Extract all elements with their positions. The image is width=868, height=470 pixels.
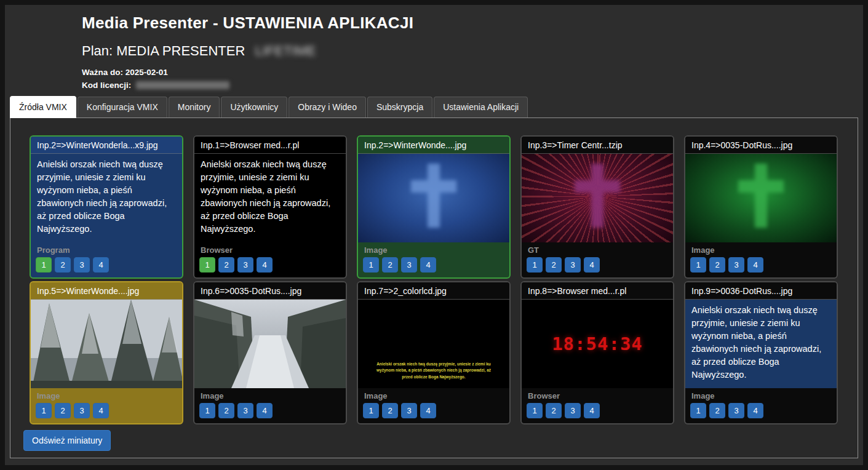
input-thumbnail: Anielski orszak niech twą duszę przyjmie… (685, 300, 837, 388)
input-card-title: Inp.2=>WinterWonde....jpg (358, 137, 509, 154)
input-thumbnail (358, 154, 509, 242)
input-card-title: Inp.6=>0035-DotRus....jpg (194, 282, 346, 300)
prayer-text: Anielski orszak niech twą duszę przyjmie… (194, 154, 346, 240)
input-card: Inp.1=>Browser med...r.pl Anielski orsza… (193, 135, 347, 279)
clock-display: 18:54:34 (552, 333, 643, 354)
monitor-buttons-row: 1234 (522, 400, 673, 423)
tab-uzytkownicy[interactable]: Użytkownicy (221, 97, 287, 118)
monitor-button-3[interactable]: 3 (565, 257, 581, 273)
vmix-sources-panel: Inp.2=>WinterWonderla...x9.jpg Anielski … (10, 118, 858, 458)
input-type-label: Image (685, 242, 837, 255)
monitor-button-4[interactable]: 4 (747, 257, 763, 273)
input-card: Inp.3=>Timer Centr...tzip GT 1234 (520, 135, 674, 279)
monitor-button-2[interactable]: 2 (546, 403, 562, 418)
input-type-label: Program (31, 242, 182, 255)
input-type-label: Image (31, 388, 182, 400)
input-card-title: Inp.1=>Browser med...r.pl (194, 137, 346, 154)
monitor-button-3[interactable]: 3 (728, 257, 744, 273)
monitor-button-1[interactable]: 1 (36, 257, 52, 273)
input-card: Inp.5=>WinterWonde....jpg Image 1234 (30, 281, 183, 424)
license-value-blurred (136, 81, 229, 89)
tab-ustawienia-aplikacji[interactable]: Ustawienia Aplikacji (434, 97, 528, 118)
monitor-button-2[interactable]: 2 (546, 257, 562, 273)
winter-forest-thumbnail (31, 300, 182, 388)
monitor-button-4[interactable]: 4 (257, 257, 273, 273)
input-thumbnail (522, 154, 673, 242)
monitor-button-3[interactable]: 3 (74, 257, 90, 273)
tab-monitory[interactable]: Monitory (169, 97, 220, 118)
input-card-title: Inp.2=>WinterWonderla...x9.jpg (31, 137, 182, 154)
input-thumbnail (194, 300, 346, 388)
monitor-button-2[interactable]: 2 (709, 403, 725, 418)
monitor-button-4[interactable]: 4 (93, 257, 109, 273)
input-type-label: Image (358, 242, 509, 255)
input-card: Inp.7=>2_colorlcd.jpg Anielski orszak ni… (357, 281, 511, 424)
input-card-title: Inp.5=>WinterWonde....jpg (31, 282, 182, 300)
license-line: Kod licencji: (82, 81, 863, 90)
monitor-button-2[interactable]: 2 (218, 403, 234, 418)
input-card: Inp.8=>Browser med...r.pl 18:54:34 Brows… (520, 281, 674, 424)
input-card: Inp.4=>0035-DotRus....jpg Image 1234 (684, 135, 838, 279)
tab-konfiguracja-vmix[interactable]: Konfiguracja VMIX (78, 97, 167, 118)
monitor-button-3[interactable]: 3 (74, 403, 90, 418)
monitor-buttons-row: 1234 (194, 255, 346, 277)
monitor-button-2[interactable]: 2 (382, 257, 398, 273)
tab-obrazy-i-wideo[interactable]: Obrazy i Wideo (289, 97, 366, 118)
monitor-button-3[interactable]: 3 (565, 403, 581, 418)
input-type-label: Browser (194, 242, 346, 255)
monitor-button-3[interactable]: 3 (237, 403, 253, 418)
plan-badge-blurred: LIFETIME (255, 43, 316, 58)
tab-subskrypcja[interactable]: Subskrypcja (367, 97, 432, 118)
input-thumbnail: Anielski orszak niech twą duszę przyjmie… (31, 154, 182, 242)
monitor-button-1[interactable]: 1 (199, 403, 215, 418)
monitor-buttons-row: 1234 (685, 400, 837, 423)
monitor-button-1[interactable]: 1 (690, 403, 706, 418)
monitor-button-2[interactable]: 2 (55, 257, 71, 273)
monitor-buttons-row: 1234 (31, 255, 182, 277)
input-type-label: Image (358, 388, 509, 400)
refresh-thumbnails-button[interactable]: Odśwież miniatury (23, 430, 111, 451)
monitor-button-3[interactable]: 3 (237, 257, 253, 273)
monitor-button-1[interactable]: 1 (527, 403, 543, 418)
input-card-title: Inp.3=>Timer Centr...tzip (522, 137, 673, 154)
tab-zrodla-vmix[interactable]: Źródła VMIX (10, 96, 76, 118)
cross-graphic (411, 164, 456, 228)
tab-bar: Źródła VMIXKonfiguracja VMIXMonitoryUżyt… (5, 95, 863, 118)
monitor-button-2[interactable]: 2 (218, 257, 234, 273)
monitor-button-4[interactable]: 4 (257, 403, 273, 418)
license-label: Kod licencji: (82, 81, 131, 90)
monitor-buttons-row: 1234 (31, 400, 182, 423)
monitor-button-3[interactable]: 3 (728, 403, 744, 418)
monitor-button-1[interactable]: 1 (690, 257, 706, 273)
input-card: Inp.2=>WinterWonde....jpg Image 1234 (357, 135, 511, 279)
monitor-button-1[interactable]: 1 (527, 257, 543, 273)
monitor-button-2[interactable]: 2 (382, 403, 398, 418)
monitor-button-4[interactable]: 4 (747, 403, 763, 418)
monitor-button-4[interactable]: 4 (584, 403, 600, 418)
monitor-button-1[interactable]: 1 (363, 403, 379, 418)
monitor-button-3[interactable]: 3 (401, 403, 417, 418)
monitor-buttons-row: 1234 (522, 255, 673, 277)
input-thumbnail: Anielski orszak niech twą duszę przyjmie… (358, 300, 509, 388)
page-title: Media Presenter - USTAWIENIA APLIKACJI (82, 14, 863, 33)
input-thumbnail: 18:54:34 (522, 300, 673, 388)
input-card-title: Inp.7=>2_colorlcd.jpg (358, 282, 509, 300)
input-type-label: Browser (522, 388, 673, 400)
monitor-button-1[interactable]: 1 (363, 257, 379, 273)
monitor-button-2[interactable]: 2 (709, 257, 725, 273)
monitor-button-3[interactable]: 3 (401, 257, 417, 273)
input-thumbnail: Anielski orszak niech twą duszę przyjmie… (194, 154, 346, 242)
monitor-button-4[interactable]: 4 (420, 403, 436, 418)
monitor-button-1[interactable]: 1 (199, 257, 215, 273)
input-type-label: GT (522, 242, 673, 255)
monitor-button-2[interactable]: 2 (55, 403, 71, 418)
monitor-button-4[interactable]: 4 (93, 403, 109, 418)
monitor-button-1[interactable]: 1 (36, 403, 52, 418)
input-type-label: Image (685, 388, 837, 400)
cross-graphic (575, 164, 620, 228)
prayer-text: Anielski orszak niech twą duszę przyjmie… (31, 154, 182, 240)
monitor-button-4[interactable]: 4 (420, 257, 436, 273)
prayer-text: Anielski orszak niech twą duszę przyjmie… (685, 300, 837, 386)
monitor-button-4[interactable]: 4 (584, 257, 600, 273)
input-thumbnail (685, 154, 837, 242)
